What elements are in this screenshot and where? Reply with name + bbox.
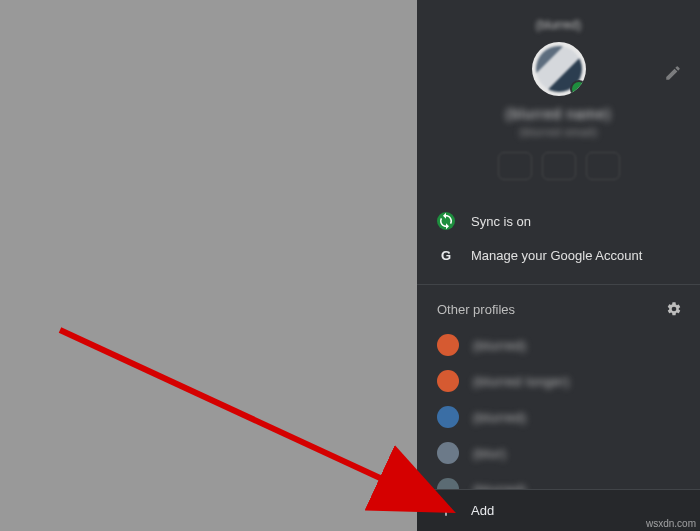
header-action-2[interactable] xyxy=(542,152,576,180)
profiles-list: (blurred) (blurred longer) (blurred) (bl… xyxy=(417,325,700,509)
profile-label: (blur) xyxy=(473,446,506,461)
manage-account-label: Manage your Google Account xyxy=(471,248,642,263)
gear-icon[interactable] xyxy=(666,301,682,317)
other-profiles-label: Other profiles xyxy=(437,302,515,317)
profile-header: (blurred) (blurred name) (blurred email) xyxy=(417,0,700,198)
profile-item[interactable]: (blurred longer) xyxy=(417,363,700,399)
header-actions xyxy=(498,152,620,180)
header-action-1[interactable] xyxy=(498,152,532,180)
content-background xyxy=(0,0,417,531)
watermark: wsxdn.com xyxy=(646,518,696,529)
add-profile-label: Add xyxy=(471,503,494,518)
current-user-email: (blurred email) xyxy=(519,126,597,138)
profile-label: (blurred longer) xyxy=(473,374,570,389)
profile-item[interactable]: (blur) xyxy=(417,435,700,471)
panel-title: (blurred) xyxy=(536,18,581,32)
google-icon: G xyxy=(437,246,455,264)
divider xyxy=(417,284,700,285)
edit-profile-icon[interactable] xyxy=(664,64,682,82)
profile-avatar-icon xyxy=(437,370,459,392)
sync-icon xyxy=(437,212,455,230)
profile-avatar-icon xyxy=(437,442,459,464)
profile-label: (blurred) xyxy=(473,410,527,425)
other-profiles-header: Other profiles xyxy=(417,291,700,325)
profile-item[interactable]: (blurred) xyxy=(417,399,700,435)
current-user-avatar[interactable] xyxy=(532,42,586,96)
sync-status-item[interactable]: Sync is on xyxy=(417,204,700,238)
profile-label: (blurred) xyxy=(473,338,527,353)
profile-panel: (blurred) (blurred name) (blurred email)… xyxy=(417,0,700,531)
header-action-3[interactable] xyxy=(586,152,620,180)
manage-account-item[interactable]: G Manage your Google Account xyxy=(417,238,700,272)
sync-badge-icon xyxy=(570,80,586,96)
plus-icon xyxy=(437,502,455,520)
account-menu: Sync is on G Manage your Google Account xyxy=(417,198,700,278)
current-user-name: (blurred name) xyxy=(506,106,612,122)
sync-status-label: Sync is on xyxy=(471,214,531,229)
profile-avatar-icon xyxy=(437,334,459,356)
profile-item[interactable]: (blurred) xyxy=(417,327,700,363)
profile-avatar-icon xyxy=(437,406,459,428)
